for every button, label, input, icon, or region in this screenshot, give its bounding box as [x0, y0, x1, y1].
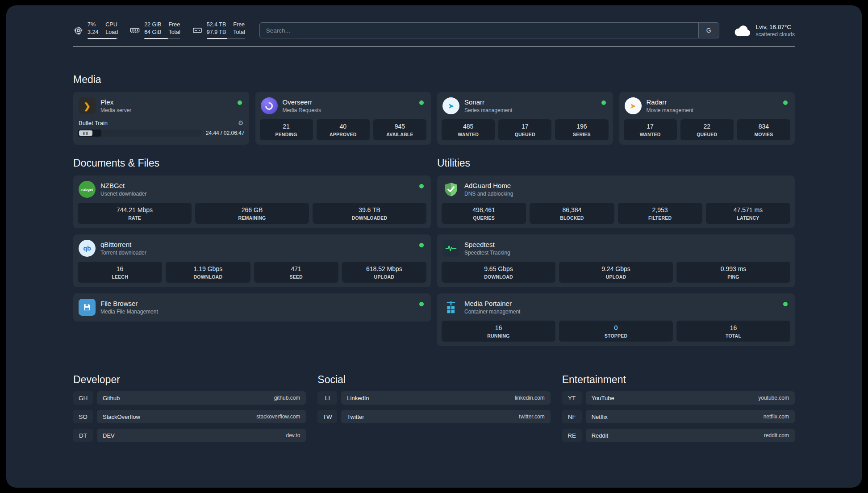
bookmark-abbr: RE: [562, 429, 582, 442]
service-name: Sonarr: [464, 98, 512, 106]
service-card-plex[interactable]: ❯ Plex Media server Bullet Train ⚙: [73, 92, 249, 145]
cpu-usage-bar: [88, 38, 118, 39]
stat-queued: 22QUEUED: [680, 119, 734, 140]
stat-filtered: 2,953FILTERED: [618, 203, 702, 224]
filebrowser-icon: [79, 299, 96, 316]
bookmark-link-linkedin[interactable]: LinkedIn linkedin.com: [341, 391, 550, 405]
bookmark-link-youtube[interactable]: YouTube youtube.com: [586, 391, 795, 405]
bookmark-row-stackoverflow: SO StackOverflow stackoverflow.com: [73, 410, 306, 423]
section-utilities: Utilities: [437, 157, 795, 346]
service-name: Media Portainer: [464, 300, 520, 307]
service-card-radarr[interactable]: ➤ Radarr Movie management 17WANTED 22QUE…: [619, 92, 795, 145]
service-card-sonarr[interactable]: ➤ Sonarr Series management 485WANTED 17Q…: [437, 92, 613, 145]
service-card-portainer[interactable]: Media Portainer Container management 16R…: [437, 293, 795, 346]
bookmark-abbr: SO: [73, 410, 93, 423]
memory-icon: [129, 25, 140, 36]
stat-downloaded: 39.6 TBDOWNLOADED: [313, 203, 426, 224]
service-card-filebrowser[interactable]: File Browser Media File Management: [73, 293, 431, 322]
bookmark-link-netflix[interactable]: Netflix netflix.com: [586, 410, 795, 423]
sonarr-icon: ➤: [442, 97, 459, 114]
weather-condition: scattered clouds: [756, 31, 795, 38]
disk-total: 97.9 TB: [207, 29, 226, 35]
bookmark-abbr: NF: [562, 410, 582, 423]
dashboard-board: 7% 3.24 CPU Load: [6, 5, 862, 488]
section-documents: Documents & Files nzbget NZBGet Usenet d…: [73, 157, 431, 322]
pause-icon[interactable]: ❚❚: [79, 130, 92, 136]
overseerr-icon: [261, 97, 278, 114]
bookmark-row-dev: DT DEV dev.to: [73, 429, 306, 442]
bookmark-abbr: GH: [73, 391, 93, 405]
service-card-nzbget[interactable]: nzbget NZBGet Usenet downloader 744.21 M…: [73, 175, 431, 228]
bookmark-group-entertainment: Entertainment YT YouTube youtube.com NF …: [562, 374, 795, 442]
stat-pending: 21PENDING: [260, 119, 313, 140]
search-provider-button[interactable]: G: [698, 23, 719, 38]
bookmark-abbr: TW: [317, 410, 337, 423]
search-bar: G: [259, 22, 719, 38]
bookmark-row-youtube: YT YouTube youtube.com: [562, 391, 795, 405]
ram-free: 22 GiB: [144, 21, 161, 28]
status-dot: [601, 100, 606, 105]
service-desc: Container management: [464, 309, 520, 315]
service-card-adguard[interactable]: AdGuard Home DNS and adblocking 498,461Q…: [437, 175, 795, 228]
service-name: AdGuard Home: [464, 182, 513, 189]
ram-total-label: Total: [168, 29, 180, 35]
stat-download: 9.65 GbpsDOWNLOAD: [442, 262, 555, 283]
section-title-social: Social: [317, 374, 550, 386]
stat-upload: 9.24 GbpsUPLOAD: [559, 262, 673, 283]
service-card-speedtest[interactable]: Speedtest Speedtest Tracking 9.65 GbpsDO…: [437, 234, 795, 287]
bookmark-abbr: DT: [73, 429, 93, 442]
stat-stopped: 0STOPPED: [559, 321, 673, 342]
top-bar: 7% 3.24 CPU Load: [73, 19, 795, 42]
bookmark-link-dev[interactable]: DEV dev.to: [97, 429, 306, 442]
cpu-load: 3.24: [88, 29, 98, 35]
service-name: Radarr: [647, 98, 693, 106]
bookmark-link-github[interactable]: Github github.com: [97, 391, 306, 405]
topbar-divider: [73, 46, 795, 47]
status-dot: [238, 100, 242, 105]
service-name: qBittorrent: [100, 241, 146, 248]
service-desc: Media File Management: [100, 309, 158, 315]
radarr-icon: ➤: [625, 97, 642, 114]
weather-widget: Lviv, 16.87°C scattered clouds: [734, 24, 795, 38]
bookmark-row-reddit: RE Reddit reddit.com: [562, 429, 795, 442]
gear-icon[interactable]: ⚙: [238, 119, 244, 126]
cpu-label: CPU: [105, 21, 118, 28]
bookmark-row-twitter: TW Twitter twitter.com: [317, 410, 550, 423]
memory-widget: 22 GiB 64 GiB Free Total: [129, 21, 180, 39]
nzbget-icon: nzbget: [79, 181, 96, 198]
bookmark-link-stackoverflow[interactable]: StackOverflow stackoverflow.com: [97, 410, 306, 423]
stat-ping: 0.993 msPING: [676, 262, 790, 283]
service-desc: Media server: [100, 107, 131, 113]
plex-icon: ❯: [79, 97, 96, 114]
section-media: Media ❯ Plex Media server Bullet Tr: [73, 74, 795, 145]
playback-progress-bar[interactable]: ❚❚: [78, 130, 201, 137]
service-desc: Series management: [464, 107, 512, 113]
cpu-widget: 7% 3.24 CPU Load: [73, 21, 118, 39]
stat-movies: 834MOVIES: [737, 119, 790, 140]
service-desc: Media Requests: [283, 107, 321, 113]
bookmark-link-twitter[interactable]: Twitter twitter.com: [341, 410, 550, 423]
search-area: G: [257, 22, 722, 38]
plex-now-playing-widget: Bullet Train ⚙ ❚❚ 24:44 / 02:06:47: [78, 119, 245, 137]
bookmark-link-reddit[interactable]: Reddit reddit.com: [586, 429, 795, 442]
stat-upload: 618.52 MbpsUPLOAD: [342, 262, 426, 283]
service-desc: Movie management: [647, 107, 693, 113]
disk-free-label: Free: [233, 21, 245, 28]
stat-series: 196SERIES: [555, 119, 608, 140]
stat-available: 945AVAILABLE: [373, 119, 426, 140]
cpu-percent: 7%: [88, 21, 98, 28]
bookmark-row-linkedin: LI LinkedIn linkedin.com: [317, 391, 550, 405]
service-desc: Usenet downloader: [100, 191, 146, 197]
search-input[interactable]: [260, 23, 698, 38]
now-playing-title: Bullet Train: [79, 120, 108, 126]
service-desc: DNS and adblocking: [464, 191, 513, 197]
status-dot: [419, 100, 424, 105]
bookmark-group-social: Social LI LinkedIn linkedin.com TW Twitt…: [317, 374, 550, 442]
service-name: Speedtest: [464, 241, 510, 248]
qbittorrent-icon: qb: [79, 240, 96, 257]
service-name: NZBGet: [100, 182, 146, 189]
ram-free-label: Free: [168, 21, 180, 28]
status-dot: [419, 184, 424, 188]
service-card-qbittorrent[interactable]: qb qBittorrent Torrent downloader 16LEEC…: [73, 234, 431, 287]
service-card-overseerr[interactable]: Overseerr Media Requests 21PENDING 40APP…: [255, 92, 431, 145]
